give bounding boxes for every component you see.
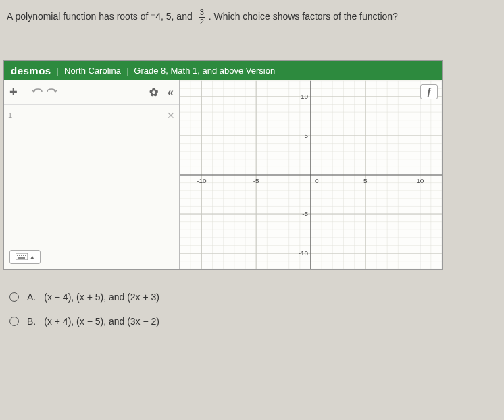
coordinate-grid[interactable]: -10-50510-10-5510 — [180, 80, 442, 269]
delete-expression-button[interactable]: ✕ — [163, 110, 179, 121]
radio-b[interactable] — [9, 317, 19, 326]
svg-rect-6 — [18, 257, 25, 259]
answer-a-text: (x − 4), (x + 5), and (2x + 3) — [44, 292, 159, 303]
desmos-header: desmos | North Carolina | Grade 8, Math … — [4, 61, 442, 80]
divider: | — [126, 65, 128, 76]
keyboard-icon — [16, 253, 28, 261]
question-prefix: A polynomial function has roots of ⁻4, 5… — [7, 11, 195, 22]
undo-button[interactable] — [32, 86, 43, 99]
question-text: A polynomial function has roots of ⁻4, 5… — [0, 0, 504, 40]
redo-button[interactable] — [46, 86, 57, 99]
svg-rect-1 — [17, 255, 18, 256]
divider: | — [57, 65, 59, 76]
answer-b-text: (x + 4), (x − 5), and (3x − 2) — [44, 316, 159, 327]
svg-rect-4 — [23, 255, 24, 256]
radio-a[interactable] — [9, 292, 19, 302]
fraction-denominator: 2 — [199, 18, 205, 26]
add-expression-button[interactable]: + — [9, 84, 18, 100]
keyboard-toggle-button[interactable]: ▴ — [9, 250, 41, 264]
desmos-body: + ✿ « 1 ✕ ▴ -10-50510-10-5510 — [4, 80, 442, 269]
question-suffix: . Which choice shows factors of the func… — [209, 11, 398, 22]
collapse-panel-button[interactable]: « — [168, 86, 174, 99]
answer-b-label: B. — [27, 316, 36, 327]
svg-text:10: 10 — [301, 93, 309, 100]
svg-text:-10: -10 — [197, 177, 207, 184]
answer-a-label: A. — [27, 292, 36, 303]
svg-text:-5: -5 — [253, 177, 259, 184]
answer-option-b[interactable]: B. (x + 4), (x − 5), and (3x − 2) — [7, 309, 497, 334]
settings-gear-icon[interactable]: ✿ — [149, 86, 158, 99]
svg-text:-10: -10 — [299, 249, 309, 257]
keyboard-arrow-icon: ▴ — [30, 253, 34, 261]
answer-option-a[interactable]: A. (x − 4), (x + 5), and (2x + 3) — [7, 285, 497, 309]
desmos-logo: desmos — [11, 65, 51, 76]
answer-choices: A. (x − 4), (x + 5), and (2x + 3) B. (x … — [0, 277, 504, 342]
svg-text:5: 5 — [363, 177, 368, 184]
graph-panel[interactable]: -10-50510-10-5510 ƒ — [180, 80, 442, 269]
expression-input[interactable] — [19, 105, 163, 126]
undo-redo-group — [32, 86, 57, 99]
svg-text:5: 5 — [304, 132, 308, 139]
graph-settings-button[interactable]: ƒ — [420, 84, 438, 99]
svg-text:-5: -5 — [302, 210, 308, 217]
expression-index: 1 — [8, 111, 19, 120]
svg-rect-3 — [21, 255, 22, 256]
expression-toolbar: + ✿ « — [4, 80, 179, 105]
svg-rect-2 — [19, 255, 20, 256]
expression-row[interactable]: 1 ✕ — [4, 105, 179, 126]
desmos-version: Grade 8, Math 1, and above Version — [134, 65, 275, 76]
svg-rect-5 — [25, 255, 26, 256]
wrench-icon: ƒ — [426, 86, 432, 97]
fraction: 32 — [197, 8, 207, 26]
desmos-calculator: desmos | North Carolina | Grade 8, Math … — [3, 60, 443, 270]
svg-rect-0 — [16, 253, 28, 260]
svg-text:0: 0 — [315, 177, 319, 184]
svg-text:10: 10 — [416, 177, 424, 184]
desmos-region: North Carolina — [64, 65, 121, 76]
fraction-numerator: 3 — [199, 9, 205, 18]
expression-panel: + ✿ « 1 ✕ ▴ — [4, 80, 180, 269]
